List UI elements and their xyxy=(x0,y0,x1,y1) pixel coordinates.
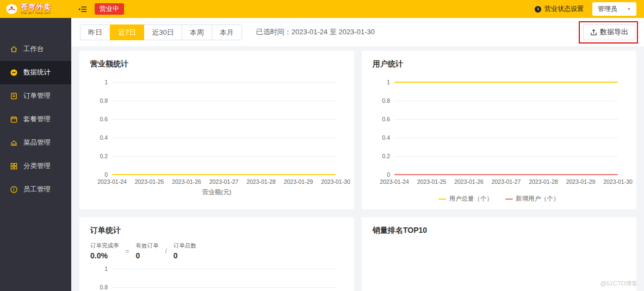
filter-bar: 昨日 近7日 近30日 本周 本月 已选时间：2023-01-24 至 2023… xyxy=(71,18,644,46)
sidebar-item-dishes[interactable]: 菜品管理 xyxy=(0,131,71,154)
sidebar: 工作台 数据统计 订单管理 套餐管理 菜品管理 分类管理 员工管理 xyxy=(0,18,71,291)
valid-orders-stat: 有效订单 0 xyxy=(136,242,159,260)
card-title: 营业额统计 xyxy=(90,59,343,69)
gridline xyxy=(112,101,336,101)
home-icon xyxy=(10,45,18,53)
dashboard-cards: 营业额统计 1 0.8 0.6 0.4 0.2 0 2023-01-24 202… xyxy=(71,46,644,291)
filter-thisweek-button[interactable]: 本周 xyxy=(182,24,212,40)
sidebar-item-label: 菜品管理 xyxy=(23,138,51,147)
x-axis-labels: 2023-01-24 2023-01-25 2023-01-26 2023-01… xyxy=(112,178,336,185)
user-menu-label: 管理员 xyxy=(598,4,617,14)
sidebar-item-label: 订单管理 xyxy=(23,91,51,101)
y-tick-label: 1 xyxy=(387,79,390,85)
x-tick-label: 2023-01-28 xyxy=(246,178,276,185)
gridline xyxy=(112,138,336,138)
status-settings-button[interactable]: 营业状态设置 xyxy=(534,4,584,14)
card-title: 用户统计 xyxy=(373,59,626,69)
stat-value: 0 xyxy=(136,251,159,260)
x-tick-label: 2023-01-24 xyxy=(380,178,409,185)
gridline xyxy=(112,287,336,288)
equals-sign: = xyxy=(126,242,129,255)
logo: 苍穹外卖 THE SKY TAKE-OUT xyxy=(0,3,71,15)
stat-label: 订单完成率 xyxy=(90,242,119,250)
gridline xyxy=(112,82,336,83)
order-completion-stat: 订单完成率 0.0% xyxy=(90,242,119,260)
x-tick-label: 2023-01-30 xyxy=(603,178,633,185)
gridline xyxy=(112,119,336,120)
category-icon xyxy=(10,162,18,170)
user-chart: 1 0.8 0.6 0.4 0.2 0 2023-01-24 2023-01-2… xyxy=(394,82,618,175)
slash-sign: / xyxy=(165,242,167,255)
order-chart: 1 0.8 0.6 0.4 0.2 0 xyxy=(112,269,336,291)
x-tick-label: 2023-01-26 xyxy=(454,178,484,185)
new-users-series-line xyxy=(394,174,618,175)
x-tick-label: 2023-01-24 xyxy=(97,178,127,185)
sidebar-item-orders[interactable]: 订单管理 xyxy=(0,84,71,108)
watermark: @51CTO博客 xyxy=(600,280,637,288)
x-tick-label: 2023-01-29 xyxy=(566,178,596,185)
legend-label: 营业额(元) xyxy=(202,189,232,195)
turnover-legend: 营业额(元) xyxy=(79,188,354,196)
date-range-button-group: 昨日 近7日 近30日 本周 本月 xyxy=(80,24,242,40)
menu-collapse-icon[interactable] xyxy=(78,5,87,13)
filter-last7days-button[interactable]: 近7日 xyxy=(110,24,144,40)
export-button[interactable]: 数据导出 xyxy=(583,24,635,40)
statistics-icon xyxy=(10,69,18,77)
legend-marker-total-users xyxy=(438,199,446,200)
stat-value: 0 xyxy=(174,251,196,260)
x-tick-label: 2023-01-27 xyxy=(492,178,521,185)
turnover-series-line xyxy=(112,174,336,175)
y-tick-label: 0 xyxy=(387,171,390,178)
sidebar-item-label: 数据统计 xyxy=(23,68,51,77)
dish-icon xyxy=(10,139,18,147)
setmeal-icon xyxy=(10,115,18,123)
sidebar-item-setmeal[interactable]: 套餐管理 xyxy=(0,108,71,131)
gridline xyxy=(394,138,618,138)
y-tick-label: 0.4 xyxy=(382,134,390,141)
sidebar-item-label: 工作台 xyxy=(23,45,44,54)
card-title: 销量排名TOP10 xyxy=(373,226,626,236)
logo-icon xyxy=(5,3,18,15)
user-stats-card: 用户统计 1 0.8 0.6 0.4 0.2 0 2023-01-24 2023… xyxy=(362,51,636,209)
sidebar-item-statistics[interactable]: 数据统计 xyxy=(0,61,71,84)
stat-label: 订单总数 xyxy=(174,242,196,250)
y-tick-label: 0.4 xyxy=(100,134,108,141)
order-stats-card: 订单统计 订单完成率 0.0% = 有效订单 0 / 订单总数 0 1 xyxy=(79,217,354,291)
x-tick-label: 2023-01-25 xyxy=(135,178,164,185)
logo-title: 苍穹外卖 xyxy=(21,3,51,10)
gridline xyxy=(394,119,618,120)
turnover-chart: 1 0.8 0.6 0.4 0.2 0 2023-01-24 2023-01-2… xyxy=(112,82,336,175)
main-content: 昨日 近7日 近30日 本周 本月 已选时间：2023-01-24 至 2023… xyxy=(71,18,644,291)
topbar: 苍穹外卖 THE SKY TAKE-OUT 营业中 营业状态设置 管理员 ▼ xyxy=(0,0,644,18)
sidebar-item-workbench[interactable]: 工作台 xyxy=(0,38,71,61)
turnover-card: 营业额统计 1 0.8 0.6 0.4 0.2 0 2023-01-24 202… xyxy=(79,51,354,209)
sidebar-item-employees[interactable]: 员工管理 xyxy=(0,178,71,201)
gridline xyxy=(112,156,336,157)
x-tick-label: 2023-01-30 xyxy=(321,178,350,185)
y-tick-label: 0.6 xyxy=(382,116,390,122)
sales-top10-card: 销量排名TOP10 xyxy=(362,217,636,291)
y-tick-label: 1 xyxy=(104,265,108,272)
status-settings-label: 营业状态设置 xyxy=(544,4,584,14)
sidebar-item-label: 员工管理 xyxy=(23,185,51,194)
legend-marker-new-users xyxy=(505,199,513,200)
filter-yesterday-button[interactable]: 昨日 xyxy=(80,24,110,40)
logo-text: 苍穹外卖 THE SKY TAKE-OUT xyxy=(21,3,51,15)
x-tick-label: 2023-01-28 xyxy=(529,178,558,185)
employee-icon xyxy=(10,185,18,194)
x-axis-labels: 2023-01-24 2023-01-25 2023-01-26 2023-01… xyxy=(394,178,618,185)
card-title: 订单统计 xyxy=(90,226,343,236)
topbar-right: 营业状态设置 管理员 ▼ xyxy=(534,2,644,16)
y-tick-label: 0.2 xyxy=(100,153,108,159)
x-tick-label: 2023-01-25 xyxy=(417,178,447,185)
y-tick-label: 0.6 xyxy=(100,116,108,122)
user-menu[interactable]: 管理员 ▼ xyxy=(592,2,636,16)
y-tick-label: 0 xyxy=(104,171,108,178)
filter-thismonth-button[interactable]: 本月 xyxy=(212,24,242,40)
sidebar-item-categories[interactable]: 分类管理 xyxy=(0,154,71,178)
logo-subtitle: THE SKY TAKE-OUT xyxy=(21,11,51,15)
user-legend: 用户总量（个） 新增用户（个） xyxy=(362,195,636,203)
filter-last30days-button[interactable]: 近30日 xyxy=(144,24,182,40)
y-tick-label: 0.2 xyxy=(382,153,390,159)
order-icon xyxy=(10,92,18,100)
